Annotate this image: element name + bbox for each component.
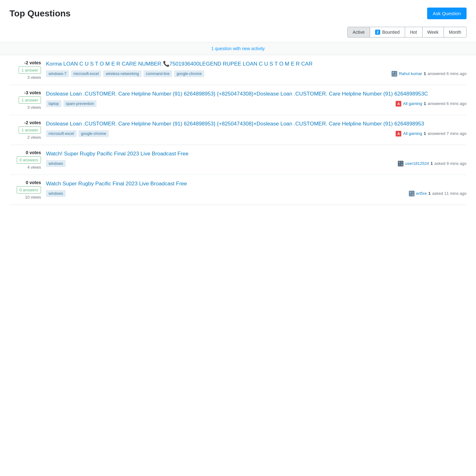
tag[interactable]: google-chrome (78, 130, 109, 137)
tab-active[interactable]: Active (348, 27, 370, 37)
user-rep: 1 (424, 101, 426, 106)
answer-count: 1 answer (19, 96, 41, 104)
svg-rect-6 (399, 162, 400, 163)
filter-bar: Active 2 Bountied Hot Week Month (0, 24, 476, 42)
question-title[interactable]: Korma LOAN C U S T O M E R CARE NUMBER.📞… (46, 60, 467, 68)
question-stats: -2 votes 1 answer 2 views (9, 120, 41, 140)
tags: laptopspam-prevention (46, 100, 96, 107)
tab-bountied[interactable]: 2 Bountied (370, 27, 405, 37)
question-stats: -3 votes 1 answer 3 views (9, 90, 41, 110)
user-rep: 1 (424, 131, 426, 136)
tags-meta: windows user1812524 1 asked 9 mins ago (46, 160, 467, 167)
question-content: Watch! Super Rugby Pacific Final 2023 Li… (46, 150, 467, 170)
tags: microsoft-excelgoogle-chrome (46, 130, 109, 137)
view-count: 2 views (27, 135, 41, 140)
avatar: A (396, 101, 401, 107)
tags-meta: windows-7microsoft-excelwireless-network… (46, 70, 467, 77)
svg-rect-4 (395, 74, 396, 76)
tags: windows (46, 190, 66, 197)
tag[interactable]: spam-prevention (63, 100, 96, 107)
answer-count: 1 answer (19, 67, 41, 74)
questions-list: -2 votes 1 answer 3 views Korma LOAN C U… (0, 55, 476, 205)
tag[interactable]: google-chrome (174, 70, 204, 77)
bounty-count: 2 (375, 30, 380, 35)
activity-banner[interactable]: 1 question with new activity (0, 42, 476, 55)
meta-action: answered 6 mins ago (427, 71, 467, 76)
question-item: 0 votes 0 answers 4 views Watch! Super R… (9, 145, 467, 175)
avatar: A (396, 131, 401, 136)
answer-count: 0 answers (17, 186, 41, 194)
filter-tabs: Active 2 Bountied Hot Week Month (347, 27, 467, 38)
user-name[interactable]: Rahul kumar (399, 71, 422, 76)
user-name[interactable]: All gaming (403, 101, 422, 106)
meta-action: asked 11 mins ago (432, 191, 467, 196)
meta-action: answered 7 mins ago (427, 131, 467, 136)
question-title[interactable]: Doslease Loan .CUSTOMER. Care Helpline N… (46, 90, 467, 98)
user-rep: 1 (428, 191, 431, 196)
question-content: Doslease Loan .CUSTOMER. Care Helpline N… (46, 120, 467, 140)
tag[interactable]: laptop (46, 100, 61, 107)
user-name[interactable]: user1812524 (405, 161, 429, 166)
vote-count: 0 votes (26, 180, 41, 185)
meta-info: Rahul kumar 1 answered 6 mins ago (392, 71, 467, 77)
view-count: 3 views (27, 75, 41, 80)
question-item: -2 votes 1 answer 2 views Doslease Loan … (9, 115, 467, 145)
ask-question-button[interactable]: Ask Question (427, 8, 467, 19)
vote-count: -2 votes (24, 60, 41, 65)
svg-rect-2 (395, 72, 396, 73)
question-content: Watch Super Rugby Pacific Final 2023 Liv… (46, 180, 467, 200)
svg-rect-10 (409, 191, 415, 196)
tag[interactable]: wireless-networking (103, 70, 141, 77)
view-count: 3 views (27, 105, 41, 110)
svg-rect-5 (398, 161, 403, 166)
tab-hot[interactable]: Hot (405, 27, 422, 37)
vote-count: -3 votes (24, 90, 41, 95)
meta-action: answered 6 mins ago (427, 101, 467, 106)
tag[interactable]: microsoft-excel (71, 70, 102, 77)
user-name[interactable]: All gaming (403, 131, 422, 136)
question-title[interactable]: Watch Super Rugby Pacific Final 2023 Liv… (46, 180, 467, 188)
view-count: 10 views (25, 195, 41, 200)
meta-action: asked 9 mins ago (434, 161, 467, 166)
question-item: -3 votes 1 answer 3 views Doslease Loan … (9, 85, 467, 115)
meta-info: user1812524 1 asked 9 mins ago (398, 161, 467, 166)
tag[interactable]: microsoft-excel (46, 130, 77, 137)
tags-meta: microsoft-excelgoogle-chrome A All gamin… (46, 130, 467, 137)
avatar (409, 191, 415, 196)
vote-count: -2 votes (24, 120, 41, 125)
page-title: Top Questions (9, 9, 71, 19)
meta-info: A All gaming 1 answered 7 mins ago (396, 131, 467, 136)
svg-rect-0 (392, 71, 397, 77)
avatar (392, 71, 397, 77)
svg-rect-7 (401, 162, 403, 163)
question-item: 0 votes 0 answers 10 views Watch Super R… (9, 175, 467, 205)
avatar (398, 161, 403, 166)
answer-count: 0 answers (17, 156, 41, 164)
tag[interactable]: windows (46, 160, 66, 167)
tag[interactable]: windows (46, 190, 66, 197)
page-header: Top Questions Ask Question (0, 0, 476, 24)
tags: windows-7microsoft-excelwireless-network… (46, 70, 204, 77)
svg-rect-9 (401, 164, 403, 165)
user-rep: 1 (424, 71, 426, 76)
question-title[interactable]: Watch! Super Rugby Pacific Final 2023 Li… (46, 150, 467, 158)
tag[interactable]: windows-7 (46, 70, 69, 77)
svg-rect-11 (410, 192, 411, 193)
vote-count: 0 votes (26, 150, 41, 155)
question-content: Korma LOAN C U S T O M E R CARE NUMBER.📞… (46, 60, 467, 80)
question-item: -2 votes 1 answer 3 views Korma LOAN C U… (9, 55, 467, 85)
user-name[interactable]: ert5re (416, 191, 427, 196)
answer-count: 1 answer (19, 126, 41, 134)
tab-month[interactable]: Month (444, 27, 466, 37)
question-title[interactable]: Doslease Loan .CUSTOMER. Care Helpline N… (46, 120, 467, 128)
meta-info: A All gaming 1 answered 6 mins ago (396, 101, 467, 107)
tag[interactable]: command-line (143, 70, 172, 77)
question-stats: -2 votes 1 answer 3 views (9, 60, 41, 80)
view-count: 4 views (27, 165, 41, 170)
svg-rect-3 (392, 74, 394, 76)
tags-meta: windows ert5re 1 asked 11 mins ago (46, 190, 467, 197)
question-content: Doslease Loan .CUSTOMER. Care Helpline N… (46, 90, 467, 110)
meta-info: ert5re 1 asked 11 mins ago (409, 191, 467, 196)
tags-meta: laptopspam-prevention A All gaming 1 ans… (46, 100, 467, 107)
tab-week[interactable]: Week (422, 27, 444, 37)
